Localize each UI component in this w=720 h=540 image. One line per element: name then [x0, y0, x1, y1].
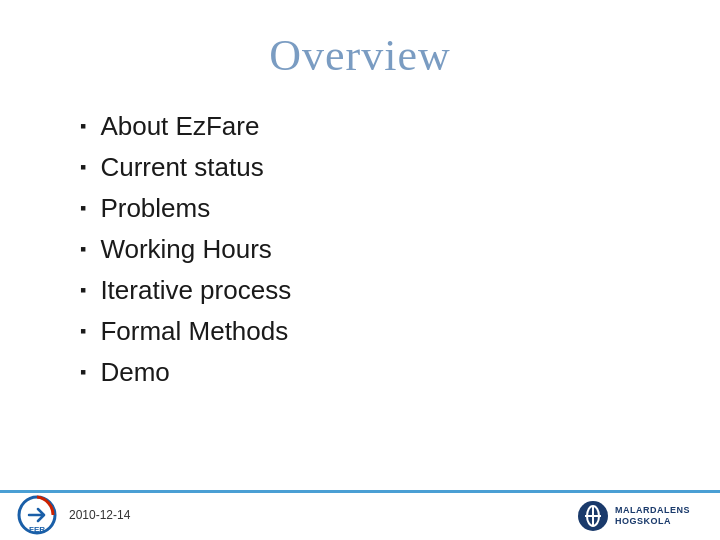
main-content: Overview About EzFareCurrent statusProbl…: [0, 0, 720, 490]
mdu-logo-container: MALARDALENS HOGSKOLA: [577, 500, 705, 532]
bullet-item-3: Problems: [80, 193, 670, 224]
mdu-logo-icon: [577, 500, 609, 532]
mdu-logo: MALARDALENS HOGSKOLA: [577, 500, 705, 532]
footer-divider: [0, 490, 720, 493]
bullet-item-4: Working Hours: [80, 234, 670, 265]
mdu-logo-text: MALARDALENS HOGSKOLA: [615, 505, 705, 527]
fer-logo-icon: FER: [15, 495, 59, 535]
bullet-item-1: About EzFare: [80, 111, 670, 142]
bullet-list: About EzFareCurrent statusProblemsWorkin…: [80, 111, 670, 398]
svg-text:FER: FER: [29, 525, 45, 534]
slide: Overview About EzFareCurrent statusProbl…: [0, 0, 720, 540]
footer-date: 2010-12-14: [69, 508, 130, 522]
slide-title: Overview: [50, 30, 670, 81]
bullet-item-7: Demo: [80, 357, 670, 388]
bullet-item-6: Formal Methods: [80, 316, 670, 347]
slide-footer: FER 2010-12-14 MALARDALENS HOGSKOLA: [0, 490, 720, 540]
bullet-item-5: Iterative process: [80, 275, 670, 306]
bullet-item-2: Current status: [80, 152, 670, 183]
